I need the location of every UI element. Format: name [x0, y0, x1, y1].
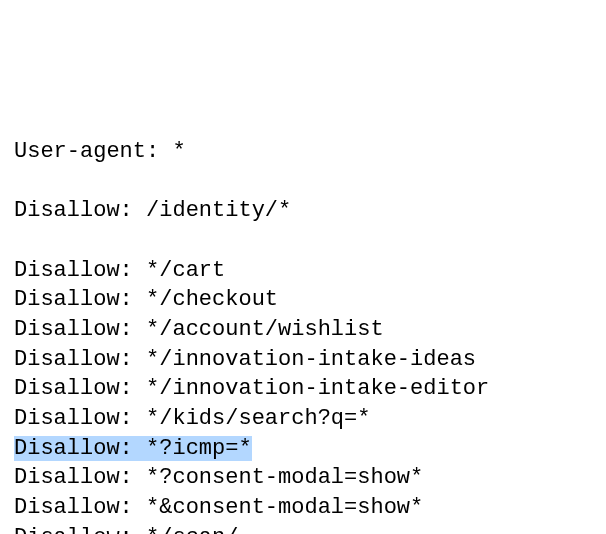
text-line: Disallow: */scan/: [14, 523, 592, 534]
text-line: Disallow: */checkout: [14, 285, 592, 315]
text-line: User-agent: *: [14, 137, 592, 167]
highlighted-text: Disallow: *?icmp=*: [14, 436, 252, 461]
text-line: [14, 226, 592, 256]
text-line: Disallow: */account/wishlist: [14, 315, 592, 345]
robots-txt-content: User-agent: * Disallow: /identity/* Disa…: [14, 137, 592, 534]
text-line: Disallow: /identity/*: [14, 196, 592, 226]
text-line: Disallow: *?icmp=*: [14, 434, 592, 464]
text-line: Disallow: */cart: [14, 256, 592, 286]
text-line: Disallow: */innovation-intake-ideas: [14, 345, 592, 375]
text-line: Disallow: *?consent-modal=show*: [14, 463, 592, 493]
text-line: Disallow: */innovation-intake-editor: [14, 374, 592, 404]
text-line: Disallow: *&consent-modal=show*: [14, 493, 592, 523]
text-line: Disallow: */kids/search?q=*: [14, 404, 592, 434]
text-line: [14, 166, 592, 196]
